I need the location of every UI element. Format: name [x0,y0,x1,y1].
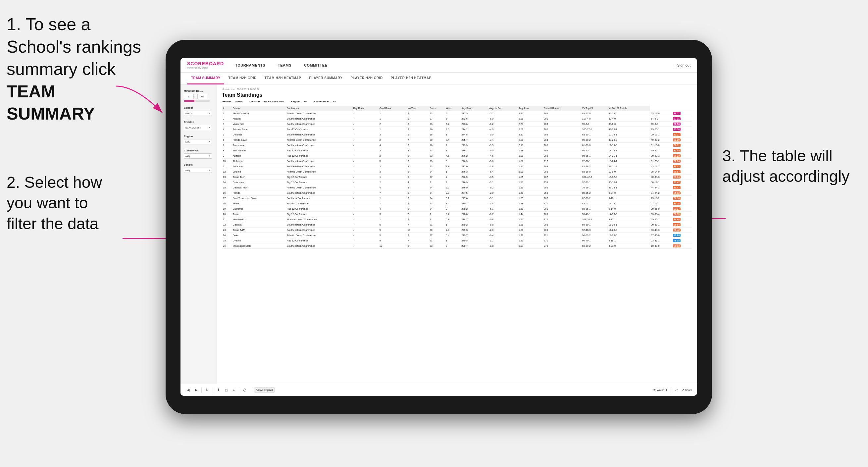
cell-conf: 9 [378,238,407,243]
cell-top25: 29-15-1 [650,132,672,137]
cell-school: Texas Tech [232,175,286,180]
cell-wins: 0.8 [445,217,460,222]
cell-conference: Pac-12 Conference [286,238,352,243]
nav-item-tournaments[interactable]: TOURNAMENTS [234,58,267,72]
table-row: 21 New Mexico Mountain West Conference -… [222,217,692,222]
cell-school: Florida State [232,137,286,143]
nav-item-committee[interactable]: COMMITTEE [303,58,329,72]
cell-avg-low: 265 [543,127,581,132]
cell-record: 30-15-1 [608,180,650,185]
cell-conference: Mountain West Conference [286,217,352,222]
cell-overall: 104-42-3 [581,175,608,180]
filter-minimum-rounds: Minimum Rou... 4 - 30 [184,89,213,102]
cell-tour: 8 [407,148,429,153]
cell-wins: 6.2 [445,122,460,127]
cell-rank: 19 [222,206,232,212]
cell-tour: 8 [407,164,429,169]
cell-conf: 1 [378,127,407,132]
cell-overall: 59-41-1 [581,212,608,217]
nav-item-teams[interactable]: TEAMS [277,58,293,72]
cell-wins: 2 [445,206,460,212]
cell-conference: Southeastern Conference [286,143,352,148]
sub-nav-player-h2h-heatmap[interactable]: PLAYER H2H HEATMAP [387,72,435,85]
cell-adj: -5.0 [488,132,517,137]
col-overall: Overall Record [543,106,581,111]
cell-avg-low: 271 [543,238,581,243]
cell-rnds: 23 [429,153,445,159]
toolbar-forward[interactable]: ▶ [193,387,199,393]
col-vs-top25: Vs Top 25 [581,106,608,111]
toolbar-resize[interactable]: ⤢ [674,387,679,393]
watch-button[interactable]: 👁 Watch ▼ [653,388,668,392]
cell-top25: 58-18-1 [650,180,672,185]
range-slider[interactable] [184,100,210,102]
cell-record: 23-11-2 [608,164,650,169]
toolbar-reload[interactable]: ↻ [204,387,210,393]
cell-overall: 66-40-1 [581,238,608,243]
cell-top25: 39-20-1 [650,148,672,153]
cell-conference: Big 12 Conference [286,175,352,180]
cell-points: 80.47 [672,185,692,190]
cell-school: New Mexico [232,217,286,222]
gender-select-arrow: ▼ [208,112,210,114]
cell-avg-low: 262 [543,132,581,137]
cell-adj: -6.2 [488,185,517,190]
cell-rkg: - [352,122,378,127]
cell-school: Vanderbilt [232,122,286,127]
cell-conf: 10 [378,243,407,249]
cell-overall: 72-30-1 [581,159,608,164]
cell-school: Arizona State [232,127,286,132]
range-to[interactable]: 30 [197,94,207,99]
region-select[interactable]: N/A ▼ [184,139,212,145]
toolbar-back[interactable]: ◀ [185,387,191,393]
toolbar-share-icon[interactable]: ⬆ [216,387,221,393]
cell-school: East Tennessee State [232,196,286,201]
cell-score: 274.8 [460,132,488,137]
update-time: Update time: 27/03/2024 16:56:26 [222,88,692,91]
cell-rnds: 21 [429,222,445,227]
school-select[interactable]: (All) ▼ [184,167,212,173]
cell-school: Florida [232,190,286,196]
toolbar-clock[interactable]: ⏱ [242,387,248,393]
cell-score: 277.0 [460,164,488,169]
sub-nav-team-h2h-grid[interactable]: TEAM H2H GRID [224,72,260,85]
cell-avg-par: 1.80 [518,180,543,185]
share-button[interactable]: ↗ Share [682,388,692,392]
cell-adj: -0.8 [488,217,517,222]
toolbar-add[interactable]: + [231,387,236,393]
sub-nav-player-summary[interactable]: PLAYER SUMMARY [305,72,346,85]
cell-rank: 17 [222,196,232,201]
division-select[interactable]: NCAA Division I ▼ [184,125,212,130]
cell-wins: 0.4 [445,233,460,238]
cell-wins: 6 [445,116,460,122]
cell-score: 277.5 [460,190,488,196]
cell-conf: 5 [378,159,407,164]
cell-conference: Southeastern Conference [286,122,352,127]
cell-adj: -5.8 [488,222,517,227]
cell-rank: 15 [222,185,232,190]
cell-score: 276.9 [460,180,488,185]
range-from[interactable]: 4 [184,94,194,99]
table-filter-row: Gender: Men's Division: NCAA Division I … [222,100,692,103]
sub-nav-player-h2h-grid[interactable]: PLAYER H2H GRID [346,72,387,85]
cell-tour: 8 [407,243,429,249]
cell-tour: 9 [407,233,429,238]
cell-record: 38-6-0 [608,122,650,127]
cell-rkg: - [352,137,378,143]
cell-record: 18-23-0 [608,233,650,238]
table-row: 15 Georgia Tech Atlantic Coast Conferenc… [222,185,692,190]
cell-tour: 9 [407,201,429,206]
gender-select[interactable]: Men's ▼ [184,111,212,116]
sub-nav-team-summary[interactable]: TEAM SUMMARY [187,72,224,85]
conference-select[interactable]: (All) ▼ [184,153,212,159]
sub-nav-team-h2h-heatmap[interactable]: TEAM H2H HEATMAP [260,72,305,85]
cell-avg-low: 265 [543,143,581,148]
view-original-button[interactable]: View: Original [254,387,275,393]
col-conf-rank: Conf Rank [378,106,407,111]
cell-tour: 9 [407,217,429,222]
toolbar-bookmark[interactable]: □ [224,387,229,393]
cell-adj: -1.8 [488,243,517,249]
cell-avg-low: 270 [543,243,581,249]
cell-overall: 87-21-2 [581,196,608,201]
sign-out-link[interactable]: Sign out [677,63,690,67]
